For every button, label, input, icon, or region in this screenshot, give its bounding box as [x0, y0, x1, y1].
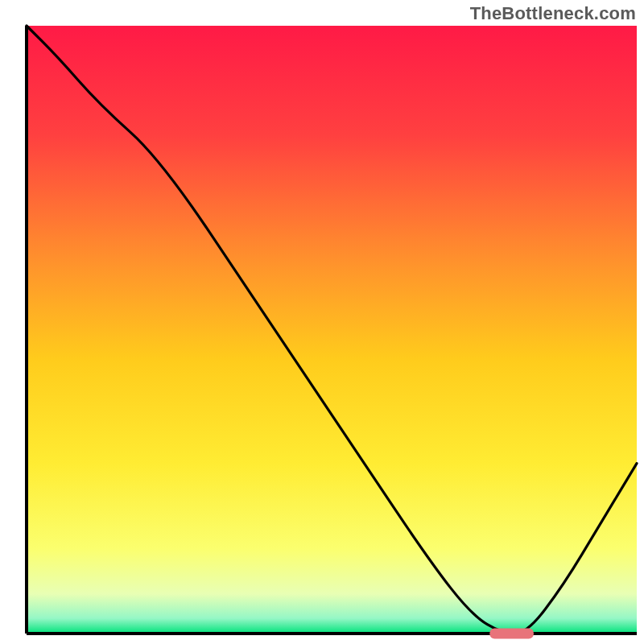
bottleneck-chart — [0, 0, 644, 644]
chart-container: { "attribution": "TheBottleneck.com", "c… — [0, 0, 644, 644]
optimal-marker — [489, 629, 534, 639]
plot-background — [27, 26, 637, 634]
